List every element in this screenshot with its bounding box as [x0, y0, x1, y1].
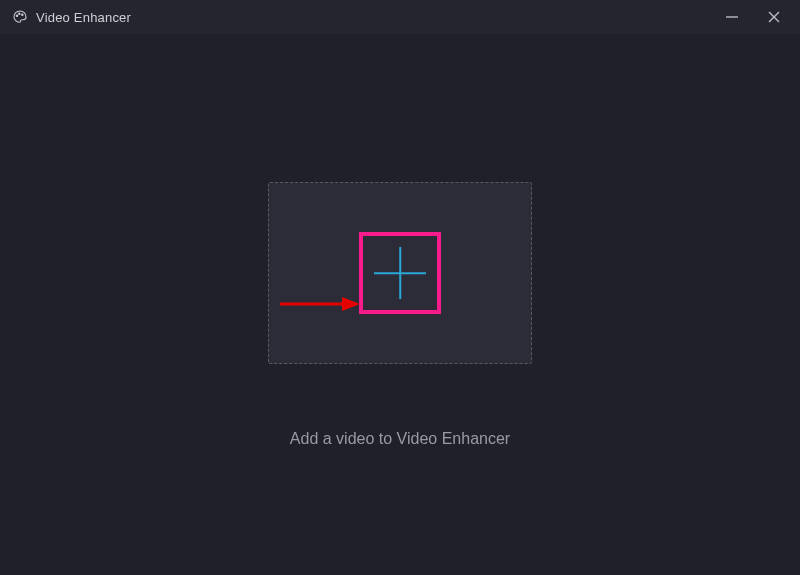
- svg-point-2: [22, 14, 23, 15]
- close-button[interactable]: [764, 7, 784, 27]
- titlebar: Video Enhancer: [0, 0, 800, 34]
- svg-point-0: [16, 15, 17, 16]
- svg-point-1: [19, 13, 20, 14]
- minimize-button[interactable]: [722, 7, 742, 27]
- main-content: Add a video to Video Enhancer: [0, 34, 800, 575]
- app-title: Video Enhancer: [36, 10, 131, 25]
- annotation-highlight-box: [359, 232, 441, 314]
- drop-caption: Add a video to Video Enhancer: [0, 430, 800, 448]
- window-controls: [722, 7, 790, 27]
- palette-icon: [12, 9, 28, 25]
- add-video-dropzone[interactable]: [268, 182, 532, 364]
- plus-icon: [374, 247, 426, 299]
